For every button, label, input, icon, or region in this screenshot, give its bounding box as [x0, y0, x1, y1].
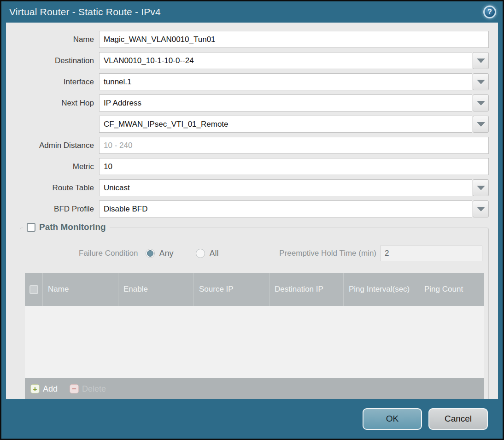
plus-icon: +	[30, 384, 40, 393]
column-header-ping-count: Ping Count	[419, 273, 484, 306]
interface-label: Interface	[6, 77, 99, 87]
chevron-down-icon	[477, 122, 485, 127]
failure-condition-row: Failure Condition Any All Preemptive Hol…	[24, 242, 484, 270]
table-body-empty	[25, 306, 484, 378]
minus-icon: −	[70, 384, 79, 393]
ok-button[interactable]: OK	[363, 408, 422, 430]
column-header-destination-ip: Destination IP	[269, 273, 343, 306]
form-row-bfd-profile: BFD Profile	[6, 200, 489, 217]
column-header-name: Name	[42, 273, 118, 306]
next-hop-label: Next Hop	[6, 99, 99, 108]
radio-unselected-icon	[196, 249, 205, 258]
form-row-next-hop: Next Hop	[6, 94, 489, 111]
add-button-label: Add	[43, 384, 58, 394]
form-row-interface: Interface	[6, 73, 489, 90]
destination-dropdown-button[interactable]	[473, 52, 489, 69]
radio-any-label: Any	[159, 249, 174, 258]
form-row-next-hop-address	[6, 116, 489, 133]
form-row-destination: Destination	[6, 52, 489, 69]
next-hop-address-input[interactable]	[99, 116, 472, 133]
dialog-title: Virtual Router - Static Route - IPv4	[9, 6, 483, 18]
column-header-source-ip: Source IP	[193, 273, 269, 306]
name-label: Name	[6, 35, 99, 44]
static-route-dialog: Virtual Router - Static Route - IPv4 ? N…	[0, 0, 504, 440]
path-monitoring-checkbox[interactable]	[27, 223, 35, 232]
chevron-down-icon	[477, 101, 485, 106]
name-input[interactable]	[99, 31, 489, 48]
path-monitoring-title: Path Monitoring	[39, 222, 106, 232]
metric-input[interactable]	[99, 158, 489, 175]
route-table-input[interactable]	[99, 179, 472, 196]
interface-dropdown-button[interactable]	[473, 73, 489, 90]
next-hop-type-dropdown-button[interactable]	[473, 94, 489, 111]
form-row-route-table: Route Table	[6, 179, 489, 196]
interface-input[interactable]	[99, 73, 472, 90]
table-toolbar: + Add − Delete	[25, 378, 484, 399]
column-header-ping-interval: Ping Interval(sec)	[343, 273, 419, 306]
failure-condition-all-radio[interactable]: All	[196, 249, 219, 258]
help-icon[interactable]: ?	[483, 6, 496, 18]
add-button[interactable]: + Add	[30, 384, 58, 394]
next-hop-address-dropdown-button[interactable]	[473, 116, 489, 133]
delete-button-label: Delete	[82, 384, 106, 394]
route-table-dropdown-button[interactable]	[473, 179, 489, 196]
admin-distance-input[interactable]	[99, 137, 489, 154]
preemptive-hold-time-input[interactable]	[380, 246, 482, 261]
metric-label: Metric	[6, 162, 99, 171]
form-row-metric: Metric	[6, 158, 489, 175]
cancel-button[interactable]: Cancel	[428, 408, 488, 430]
route-table-label: Route Table	[6, 183, 99, 193]
delete-button[interactable]: − Delete	[70, 384, 106, 394]
destination-input[interactable]	[99, 52, 472, 69]
dialog-titlebar: Virtual Router - Static Route - IPv4 ?	[1, 1, 503, 23]
destination-label: Destination	[6, 56, 99, 65]
admin-distance-label: Admin Distance	[6, 141, 99, 150]
radio-selected-icon	[146, 249, 155, 258]
path-monitoring-section: Path Monitoring Failure Condition Any Al…	[20, 228, 489, 399]
table-header-row: Name Enable Source IP Destination IP Pin…	[25, 273, 484, 306]
bfd-profile-label: BFD Profile	[6, 205, 99, 214]
dialog-footer: OK Cancel	[1, 399, 503, 439]
chevron-down-icon	[477, 186, 485, 190]
preemptive-hold-time-label: Preemptive Hold Time (min)	[279, 249, 376, 258]
path-monitoring-legend: Path Monitoring	[23, 222, 110, 232]
form-row-name: Name	[6, 31, 489, 48]
failure-condition-label: Failure Condition	[79, 249, 138, 258]
path-monitoring-table: Name Enable Source IP Destination IP Pin…	[25, 273, 484, 399]
next-hop-type-input[interactable]	[99, 94, 472, 111]
select-all-checkbox	[29, 285, 38, 294]
chevron-down-icon	[477, 59, 485, 63]
chevron-down-icon	[477, 80, 485, 84]
bfd-profile-dropdown-button[interactable]	[473, 200, 489, 217]
failure-condition-any-radio[interactable]: Any	[146, 249, 174, 258]
bfd-profile-input[interactable]	[99, 200, 472, 217]
radio-all-label: All	[210, 249, 219, 258]
form-row-admin-distance: Admin Distance	[6, 137, 489, 154]
form-panel: Name Destination Interface Next Hop	[6, 23, 498, 399]
chevron-down-icon	[477, 207, 485, 211]
column-header-enable: Enable	[118, 273, 193, 306]
